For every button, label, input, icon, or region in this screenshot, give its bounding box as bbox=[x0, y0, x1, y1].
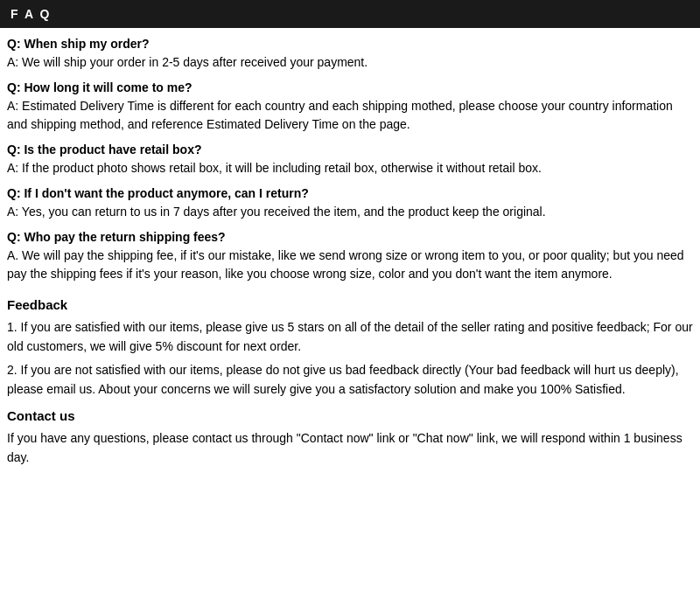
feedback-item-1: 1. If you are satisfied with our items, … bbox=[7, 317, 693, 357]
qa-item-5: Q: Who pay the return shipping fees? A. … bbox=[7, 230, 693, 283]
contact-section: Contact us If you have any questions, pl… bbox=[7, 408, 693, 468]
qa-item-2: Q: How long it will come to me? A: Estim… bbox=[7, 80, 693, 134]
qa-item-4: Q: If I don't want the product anymore, … bbox=[7, 186, 693, 221]
question-4: Q: If I don't want the product anymore, … bbox=[7, 186, 693, 200]
feedback-title: Feedback bbox=[7, 297, 693, 312]
question-2: Q: How long it will come to me? bbox=[7, 80, 693, 94]
qa-item-3: Q: Is the product have retail box? A: If… bbox=[7, 143, 693, 177]
header-title: F A Q bbox=[10, 7, 51, 21]
answer-3: A: If the product photo shows retail box… bbox=[7, 159, 693, 177]
faq-header: F A Q bbox=[0, 0, 700, 28]
answer-4: A: Yes, you can return to us in 7 days a… bbox=[7, 203, 693, 221]
answer-2: A: Estimated Delivery Time is different … bbox=[7, 97, 693, 134]
feedback-section: Feedback 1. If you are satisfied with ou… bbox=[7, 297, 693, 400]
question-5: Q: Who pay the return shipping fees? bbox=[7, 230, 693, 244]
contact-title: Contact us bbox=[7, 408, 693, 423]
answer-5: A. We will pay the shipping fee, if it's… bbox=[7, 247, 693, 283]
qa-item-1: Q: When ship my order? A: We will ship y… bbox=[7, 37, 693, 72]
question-1: Q: When ship my order? bbox=[7, 37, 693, 51]
answer-1: A: We will ship your order in 2-5 days a… bbox=[7, 53, 693, 72]
question-3: Q: Is the product have retail box? bbox=[7, 143, 693, 156]
contact-text: If you have any questions, please contac… bbox=[7, 428, 693, 468]
feedback-item-2: 2. If you are not satisfied with our ite… bbox=[7, 360, 693, 400]
main-content: Q: When ship my order? A: We will ship y… bbox=[0, 37, 700, 467]
faq-section: Q: When ship my order? A: We will ship y… bbox=[7, 37, 693, 283]
